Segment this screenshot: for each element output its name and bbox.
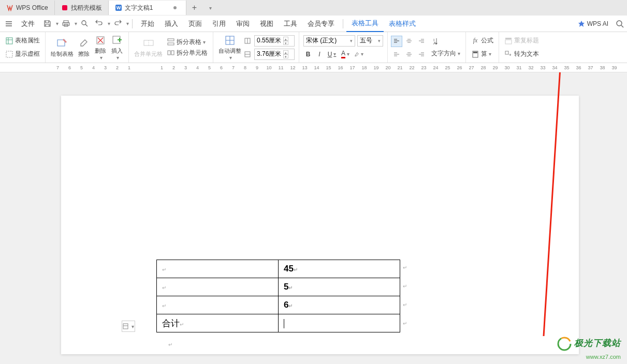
svg-rect-65	[123, 324, 128, 329]
document-canvas[interactable]: ↵ 45↵ ↵ 5↵ ↵ 6↵ 合计↵ ↵ ↵ ↵ ↵ ↵ ▾ 极光下载站 ww…	[0, 72, 627, 364]
italic-button[interactable]: I	[314, 50, 325, 59]
document-table[interactable]: ↵ 45↵ ↵ 5↵ ↵ 6↵ 合计↵	[156, 260, 400, 332]
menu-review[interactable]: 审阅	[231, 16, 255, 32]
modified-dot-icon	[173, 6, 177, 9]
underline-button[interactable]: U▾	[325, 50, 339, 59]
menu-view[interactable]: 视图	[255, 16, 279, 32]
calc-icon	[471, 50, 479, 58]
svg-rect-63	[505, 40, 512, 44]
svg-rect-30	[171, 51, 174, 55]
formula-button[interactable]: fx 公式	[469, 35, 495, 46]
font-color-button[interactable]: A▾	[339, 49, 352, 59]
auto-adjust-button[interactable]: 自动调整▾	[216, 34, 243, 61]
merge-cells-button[interactable]: 合并单元格	[132, 34, 165, 61]
text-vertical-button[interactable]: IA	[429, 36, 462, 47]
menu-reference[interactable]: 引用	[207, 16, 231, 32]
repeat-title-button[interactable]: 重复标题	[502, 35, 541, 46]
tab-dropdown[interactable]: ▾	[202, 5, 217, 11]
undo-icon[interactable]	[93, 18, 105, 29]
align-top-left[interactable]	[391, 36, 402, 47]
tab-wps-office[interactable]: WPS Office	[0, 1, 55, 15]
end-para-mark: ↵	[168, 342, 172, 347]
erase-button[interactable]: 擦除	[76, 34, 92, 61]
menu-insert[interactable]: 插入	[159, 16, 183, 32]
to-text-button[interactable]: 转为文本	[502, 49, 541, 59]
svg-rect-14	[6, 38, 12, 44]
save-icon[interactable]	[41, 18, 53, 29]
watermark-title: 极光下载站	[574, 338, 621, 348]
ai-icon	[578, 20, 585, 27]
ruler[interactable]: 7654321 12345678910111213141516171819202…	[0, 63, 627, 72]
delete-icon	[94, 35, 107, 46]
svg-point-12	[617, 21, 622, 26]
calc-button[interactable]: 算▾	[469, 49, 493, 59]
align-grid	[391, 36, 427, 59]
table-row: ↵ 5↵	[157, 278, 400, 296]
menu-bar: 文件 ▾ ▾ ▾ ▾ 开始 插入 页面 引用 审阅 视图 工具 会员专享 表格工…	[0, 16, 627, 32]
wps-ai-button[interactable]: WPS AI	[574, 20, 613, 27]
insert-button[interactable]: 插入▾	[109, 34, 125, 61]
svg-rect-62	[505, 38, 512, 39]
draw-table-button[interactable]: 绘制表格	[49, 34, 76, 61]
search-icon[interactable]	[614, 18, 625, 29]
delete-button[interactable]: 删除▾	[92, 34, 109, 61]
redo-dropdown-icon[interactable]: ▾	[126, 21, 129, 26]
split-cells-button[interactable]: 拆分单元格	[165, 48, 210, 58]
svg-rect-27	[168, 39, 174, 41]
tab-bar: WPS Office 找稻壳模板 W 文字文稿1 + ▾	[0, 0, 627, 16]
frame-icon	[5, 50, 13, 58]
tab-label: WPS Office	[16, 4, 48, 11]
menu-start[interactable]: 开始	[136, 16, 159, 32]
menu-file[interactable]: 文件	[16, 16, 40, 32]
table-side-button[interactable]: ▾	[122, 321, 135, 332]
row-height-icon	[243, 37, 252, 45]
draw-table-icon	[56, 37, 68, 49]
print-icon[interactable]	[60, 18, 71, 29]
text-cursor	[284, 319, 284, 328]
align-mid-left[interactable]	[391, 48, 402, 59]
menu-table-tools[interactable]: 表格工具	[346, 16, 384, 32]
split-cells-icon	[167, 49, 175, 57]
row-height-input[interactable]: 0.55厘米▴▾	[254, 35, 295, 47]
insert-icon	[111, 35, 123, 46]
print-dropdown-icon[interactable]: ▾	[75, 21, 77, 26]
bold-button[interactable]: B	[302, 50, 314, 59]
svg-rect-5	[6, 25, 12, 26]
erase-icon	[78, 37, 90, 49]
svg-point-9	[82, 21, 86, 25]
repeat-title-icon	[504, 37, 513, 45]
svg-rect-28	[168, 43, 174, 45]
menu-member[interactable]: 会员专享	[302, 16, 340, 32]
show-frame-button[interactable]: 显示虚框	[3, 49, 42, 59]
align-top-center[interactable]	[403, 36, 415, 47]
svg-line-10	[85, 24, 88, 26]
tab-label: 找稻壳模板	[71, 4, 102, 12]
wps-ai-label: WPS AI	[587, 20, 608, 27]
font-size-select[interactable]: 五号▾	[357, 35, 383, 47]
undo-dropdown-icon[interactable]: ▾	[108, 21, 110, 26]
highlight-button[interactable]: ▾	[352, 50, 366, 58]
redo-icon[interactable]	[112, 18, 123, 29]
table-props-button[interactable]: 表格属性	[3, 35, 42, 46]
menu-page[interactable]: 页面	[183, 16, 207, 32]
align-mid-center[interactable]	[403, 48, 415, 59]
menu-table-style[interactable]: 表格样式	[384, 16, 421, 32]
svg-marker-11	[578, 21, 585, 27]
watermark: 极光下载站 www.xz7.com	[557, 336, 621, 361]
svg-rect-29	[168, 51, 170, 55]
col-width-input[interactable]: 3.76厘米▴▾	[254, 49, 295, 60]
text-direction-button[interactable]: 文字方向▾	[429, 48, 462, 59]
formula-icon: fx	[471, 37, 479, 45]
align-mid-right[interactable]	[416, 48, 427, 59]
preview-icon[interactable]	[79, 18, 90, 29]
align-top-right[interactable]	[416, 36, 427, 47]
save-dropdown-icon[interactable]: ▾	[56, 21, 59, 26]
menu-app-icon[interactable]	[3, 18, 14, 29]
add-tab-button[interactable]: +	[186, 3, 202, 12]
font-name-select[interactable]: 宋体 (正文)▾	[303, 35, 355, 47]
split-table-button[interactable]: 拆分表格▾	[165, 37, 210, 48]
tab-document[interactable]: W 文字文稿1	[109, 1, 187, 15]
menu-tools[interactable]: 工具	[279, 16, 302, 32]
tab-template[interactable]: 找稻壳模板	[55, 1, 109, 15]
word-doc-icon: W	[115, 4, 122, 11]
